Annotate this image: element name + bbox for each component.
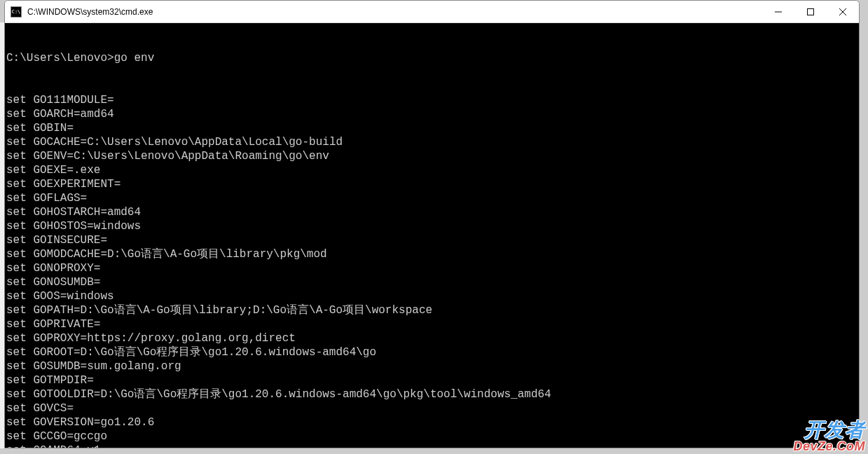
output-line: set GOAMD64=v1	[6, 443, 859, 448]
output-container: set GO111MODULE=set GOARCH=amd64set GOBI…	[6, 93, 859, 448]
output-line: set GONOPROXY=	[6, 261, 859, 275]
output-line: set GOPRIVATE=	[6, 317, 859, 331]
close-button[interactable]	[827, 1, 859, 22]
output-line: set GOENV=C:\Users\Lenovo\AppData\Roamin…	[6, 149, 859, 163]
output-line: set GOROOT=D:\Go语言\Go程序目录\go1.20.6.windo…	[6, 345, 859, 359]
output-line: set GOOS=windows	[6, 289, 859, 303]
command-prompt-line: C:\Users\Lenovo>go env	[6, 51, 859, 65]
output-line: set GOPROXY=https://proxy.golang.org,dir…	[6, 331, 859, 345]
output-line: set GCCGO=gccgo	[6, 429, 859, 443]
output-line: set GOHOSTOS=windows	[6, 219, 859, 233]
output-line: set GOCACHE=C:\Users\Lenovo\AppData\Loca…	[6, 135, 859, 149]
output-line: set GOARCH=amd64	[6, 107, 859, 121]
window-controls	[762, 1, 859, 22]
minimize-icon	[775, 8, 782, 15]
output-line: set GOHOSTARCH=amd64	[6, 205, 859, 219]
output-line: set GOFLAGS=	[6, 191, 859, 205]
output-line: set GOTOOLDIR=D:\Go语言\Go程序目录\go1.20.6.wi…	[6, 387, 859, 401]
svg-rect-1	[808, 8, 814, 15]
cmd-window: C:\ C:\WINDOWS\system32\cmd.exe C:\Users…	[4, 0, 860, 448]
output-line: set GOTMPDIR=	[6, 373, 859, 387]
output-line: set GONOSUMDB=	[6, 275, 859, 289]
window-title: C:\WINDOWS\system32\cmd.exe	[27, 7, 762, 17]
output-line: set GOSUMDB=sum.golang.org	[6, 359, 859, 373]
cmd-icon: C:\	[11, 6, 22, 18]
close-icon	[839, 8, 846, 15]
output-line: set GO111MODULE=	[6, 93, 859, 107]
output-line: set GOMODCACHE=D:\Go语言\A-Go项目\library\pk…	[6, 247, 859, 261]
terminal-output[interactable]: C:\Users\Lenovo>go env set GO111MODULE=s…	[5, 23, 859, 448]
maximize-icon	[807, 8, 814, 15]
prompt-text: C:\Users\Lenovo>	[6, 52, 114, 64]
maximize-button[interactable]	[794, 1, 827, 22]
output-line: set GOINSECURE=	[6, 233, 859, 247]
output-line: set GOPATH=D:\Go语言\A-Go项目\library;D:\Go语…	[6, 303, 859, 317]
output-line: set GOEXPERIMENT=	[6, 177, 859, 191]
output-line: set GOVCS=	[6, 401, 859, 415]
titlebar[interactable]: C:\ C:\WINDOWS\system32\cmd.exe	[5, 1, 859, 23]
command-text: go env	[114, 52, 155, 64]
output-line: set GOBIN=	[6, 121, 859, 135]
output-line: set GOEXE=.exe	[6, 163, 859, 177]
minimize-button[interactable]	[762, 1, 794, 22]
output-line: set GOVERSION=go1.20.6	[6, 415, 859, 429]
